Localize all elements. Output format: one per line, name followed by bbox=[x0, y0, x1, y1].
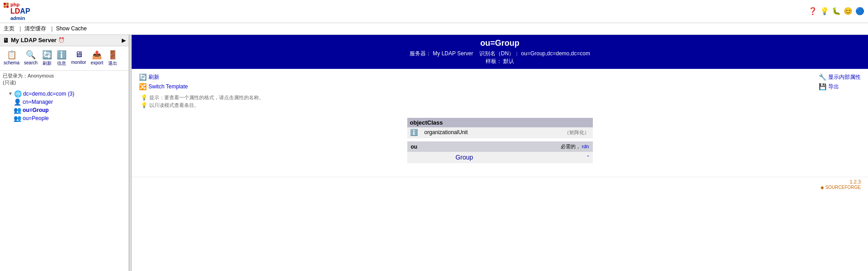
export-action[interactable]: 💾 导出 bbox=[819, 83, 861, 91]
footer: 1.2.3 ◆ SOURCEFORGE bbox=[132, 177, 868, 192]
sidebar-tool-schema[interactable]: 📋 schema bbox=[2, 49, 21, 68]
expand-icon-dc-demo: ▼ bbox=[8, 91, 13, 96]
logo-php: php bbox=[10, 2, 30, 7]
nav-home[interactable]: 主页 bbox=[4, 25, 14, 32]
bug-icon[interactable]: 🐛 bbox=[832, 7, 841, 16]
show-internal-action[interactable]: 🔧 显示内部属性 bbox=[819, 73, 861, 81]
objectclass-value-cell: organizationalUnit bbox=[421, 127, 522, 138]
sidebar-clock-icon: ⏰ bbox=[58, 37, 65, 43]
switch-template-icon: 🔀 bbox=[139, 83, 147, 90]
objectclass-action-link[interactable]: （矩阵化） bbox=[564, 130, 589, 135]
info-icon: ℹ️ bbox=[57, 50, 67, 60]
smiley-icon[interactable]: 😊 bbox=[844, 7, 853, 16]
attr-row-objectclass: ℹ️ organizationalUnit （矩阵化） bbox=[407, 127, 593, 138]
logo-admin: admin bbox=[10, 15, 30, 21]
sidebar-tool-search-label: search bbox=[24, 60, 38, 65]
refresh-action-label: 刷新 bbox=[148, 73, 159, 81]
attr-table: objectClass ℹ️ organizationalUnit （矩阵化） bbox=[407, 118, 593, 164]
sidebar-tool-info[interactable]: ℹ️ 信息 bbox=[55, 49, 68, 68]
group-icon-1: 👥 bbox=[14, 106, 21, 114]
sidebar-tool-monitor[interactable]: 🖥 monitor bbox=[69, 49, 88, 68]
switch-template-label: Switch Template bbox=[148, 83, 188, 90]
objectclass-header: objectClass bbox=[407, 118, 593, 127]
nav-clear-cache[interactable]: 清空缓存 bbox=[24, 25, 46, 32]
server-label: 服务器： bbox=[410, 50, 431, 57]
group-icon-2: 👥 bbox=[14, 115, 21, 122]
ou-edit-link[interactable]: " bbox=[587, 155, 589, 160]
attr-section-objectclass: objectClass bbox=[407, 118, 593, 127]
sidebar-tool-refresh-label: 刷新 bbox=[43, 60, 52, 67]
sidebar-tool-search[interactable]: 🔍 search bbox=[22, 49, 39, 68]
wrench-icon: 🔧 bbox=[819, 73, 826, 81]
sidebar-tool-export-label: export bbox=[91, 60, 103, 65]
attr-row-ou-value: Group " bbox=[407, 152, 593, 163]
hint-text-2: 以只读模式查看条目。 bbox=[149, 102, 199, 109]
sidebar-header: 🖥 My LDAP Server ⏰ ▶ bbox=[0, 35, 129, 46]
sidebar-tool-logout-label: 退出 bbox=[108, 60, 117, 67]
export-label: 导出 bbox=[828, 83, 839, 91]
sidebar-tool-info-label: 信息 bbox=[57, 60, 66, 67]
dn-label: 识别名（DN）： bbox=[479, 50, 520, 57]
sidebar-tool-schema-label: schema bbox=[4, 60, 19, 65]
tree-item-ou-group[interactable]: 👥 ou=Group bbox=[14, 106, 126, 114]
tree-item-dc-demo[interactable]: ▼ 🌐 dc=demo,dc=com (3) bbox=[8, 90, 126, 98]
tree-link-ou-people[interactable]: ou=People bbox=[23, 115, 49, 121]
export-icon: 📤 bbox=[92, 50, 102, 60]
sidebar-user-info: 已登录为：Anonymous (只读) bbox=[0, 71, 129, 88]
ou-required-label: 必需的， bbox=[561, 144, 581, 149]
version-text: 1.2.3 bbox=[850, 179, 861, 184]
switch-template-action[interactable]: 🔀 Switch Template bbox=[139, 83, 188, 90]
sidebar-expand-icon[interactable]: ▶ bbox=[122, 37, 126, 44]
ou-rdn-link[interactable]: rdn bbox=[582, 144, 589, 149]
objectclass-info-icon[interactable]: ℹ️ bbox=[410, 129, 418, 136]
nav-show-cache[interactable]: Show Cache bbox=[56, 25, 87, 32]
tree-item-ou-people[interactable]: 👥 ou=People bbox=[14, 114, 126, 122]
topbar: php LDAP admin ❓ 💡 🐛 😊 🔵 bbox=[0, 0, 868, 23]
lightbulb-icon[interactable]: 💡 bbox=[820, 7, 829, 16]
objectclass-info-cell: ℹ️ bbox=[407, 127, 421, 138]
monitor-icon: 🖥 bbox=[75, 50, 83, 59]
hint-1: 💡 提示：要查看一个属性的格式，请点击属性的名称。 bbox=[141, 94, 861, 101]
refresh-action[interactable]: 🔄 刷新 bbox=[139, 73, 188, 81]
dn-value: ou=Group,dc=demo,dc=com bbox=[521, 50, 590, 57]
main-layout: 🖥 My LDAP Server ⏰ ▶ 📋 schema 🔍 search 🔄… bbox=[0, 35, 868, 271]
logo: php LDAP admin bbox=[4, 2, 30, 21]
info-circle-icon[interactable]: 🔵 bbox=[855, 7, 864, 16]
sidebar-tool-monitor-label: monitor bbox=[71, 60, 86, 65]
objectclass-action-cell: （矩阵化） bbox=[521, 127, 592, 138]
help-icon[interactable]: ❓ bbox=[808, 7, 817, 16]
logo-ldap: LDAP bbox=[10, 7, 30, 15]
sidebar-tool-logout[interactable]: 🚪 退出 bbox=[106, 49, 119, 68]
content-header: ou=Group 服务器： My LDAP Server 识别名（DN）： ou… bbox=[132, 35, 868, 69]
action-row: 🔄 刷新 🔀 Switch Template 🔧 显示内部属性 💾 bbox=[139, 73, 861, 91]
logout-icon: 🚪 bbox=[108, 50, 118, 60]
sidebar-server-title: 🖥 My LDAP Server ⏰ bbox=[3, 37, 65, 44]
nav-sep1: | bbox=[19, 25, 21, 32]
sidebar-tool-export[interactable]: 📤 export bbox=[89, 49, 105, 68]
tree-link-ou-group[interactable]: ou=Group bbox=[23, 107, 49, 113]
tree-container: ▼ 🌐 dc=demo,dc=com (3) 👤 cn=Manager 👥 ou… bbox=[0, 88, 129, 124]
action-left: 🔄 刷新 🔀 Switch Template bbox=[139, 73, 188, 90]
hint-icon-2: 💡 bbox=[141, 102, 148, 108]
globe-icon: 🌐 bbox=[14, 90, 22, 97]
logged-in-label: 已登录为：Anonymous bbox=[3, 73, 126, 79]
content-body: 🔄 刷新 🔀 Switch Template 🔧 显示内部属性 💾 bbox=[132, 69, 868, 177]
show-internal-label: 显示内部属性 bbox=[828, 73, 861, 81]
attr-spacer bbox=[407, 138, 593, 141]
read-only-label: (只读) bbox=[3, 79, 126, 86]
content-header-template: 样板： 默认 bbox=[135, 58, 864, 65]
sidebar-tool-refresh[interactable]: 🔄 刷新 bbox=[40, 49, 54, 68]
refresh-action-icon: 🔄 bbox=[139, 73, 147, 81]
search-icon: 🔍 bbox=[26, 50, 36, 60]
objectclass-value: organizationalUnit bbox=[424, 129, 468, 136]
tree-link-cn-manager[interactable]: cn=Manager bbox=[23, 99, 53, 105]
user-icon: 👤 bbox=[14, 98, 21, 106]
hint-2: 💡 以只读模式查看条目。 bbox=[141, 102, 861, 109]
export-action-icon: 💾 bbox=[819, 83, 826, 90]
tree-link-dc-demo[interactable]: dc=demo,dc=com (3) bbox=[23, 91, 74, 97]
content-title: ou=Group bbox=[135, 39, 864, 48]
template-value: 默认 bbox=[503, 58, 514, 64]
ou-value-cell: Group bbox=[407, 152, 522, 163]
sidebar: 🖥 My LDAP Server ⏰ ▶ 📋 schema 🔍 search 🔄… bbox=[0, 35, 129, 271]
tree-item-cn-manager[interactable]: 👤 cn=Manager bbox=[14, 98, 126, 106]
